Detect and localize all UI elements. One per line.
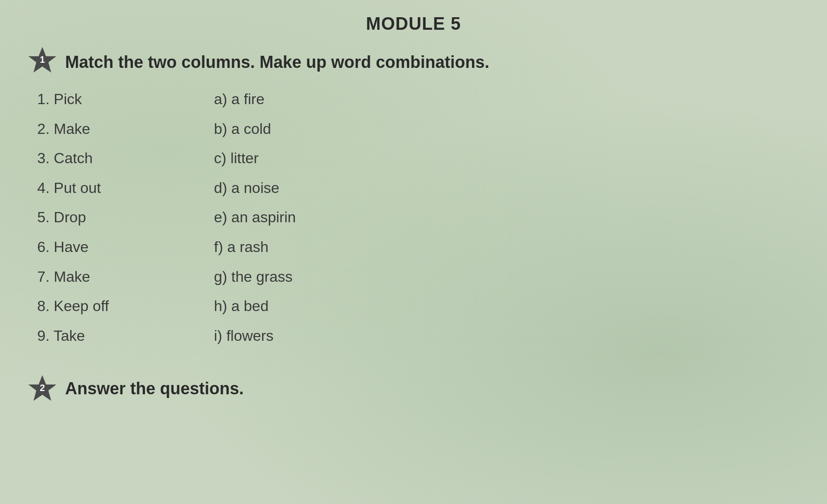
list-item: 1. Pick bbox=[37, 90, 186, 109]
exercise1-star-badge: 1 bbox=[28, 46, 57, 75]
list-item: h) a bed bbox=[214, 297, 363, 316]
exercise2-instruction: Answer the questions. bbox=[65, 379, 244, 398]
list-item: i) flowers bbox=[214, 326, 363, 346]
list-item: b) a cold bbox=[214, 119, 363, 139]
svg-text:1: 1 bbox=[40, 54, 45, 65]
list-item: a) a fire bbox=[214, 90, 363, 109]
list-item: 4. Put out bbox=[37, 179, 186, 198]
exercise2-star-badge: 2 bbox=[28, 374, 57, 403]
exercise1-instruction: Match the two columns. Make up word comb… bbox=[65, 53, 489, 72]
list-item: 8. Keep off bbox=[37, 297, 186, 316]
list-item: 2. Make bbox=[37, 119, 186, 139]
list-item: 7. Make bbox=[37, 267, 186, 287]
columns-container: 1. Pick 2. Make 3. Catch 4. Put out 5. D… bbox=[37, 90, 799, 356]
list-item: 5. Drop bbox=[37, 208, 186, 227]
right-column: a) a fire b) a cold c) litter d) a noise… bbox=[214, 90, 363, 356]
list-item: g) the grass bbox=[214, 267, 363, 287]
left-column: 1. Pick 2. Make 3. Catch 4. Put out 5. D… bbox=[37, 90, 186, 356]
svg-text:2: 2 bbox=[40, 383, 45, 393]
list-item: f) a rash bbox=[214, 238, 363, 257]
exercise2-header: 2 Answer the questions. bbox=[28, 374, 799, 403]
list-item: 6. Have bbox=[37, 238, 186, 257]
list-item: c) litter bbox=[214, 149, 363, 168]
exercise1-header: 1 Match the two columns. Make up word co… bbox=[28, 48, 799, 77]
list-item: e) an aspirin bbox=[214, 208, 363, 227]
module-title: MODULE 5 bbox=[28, 14, 799, 34]
list-item: d) a noise bbox=[214, 179, 363, 198]
list-item: 3. Catch bbox=[37, 149, 186, 168]
list-item: 9. Take bbox=[37, 326, 186, 346]
exercise1-block: 1 Match the two columns. Make up word co… bbox=[28, 48, 799, 356]
page-container: MODULE 5 1 Match the two columns. Make u… bbox=[0, 0, 827, 504]
